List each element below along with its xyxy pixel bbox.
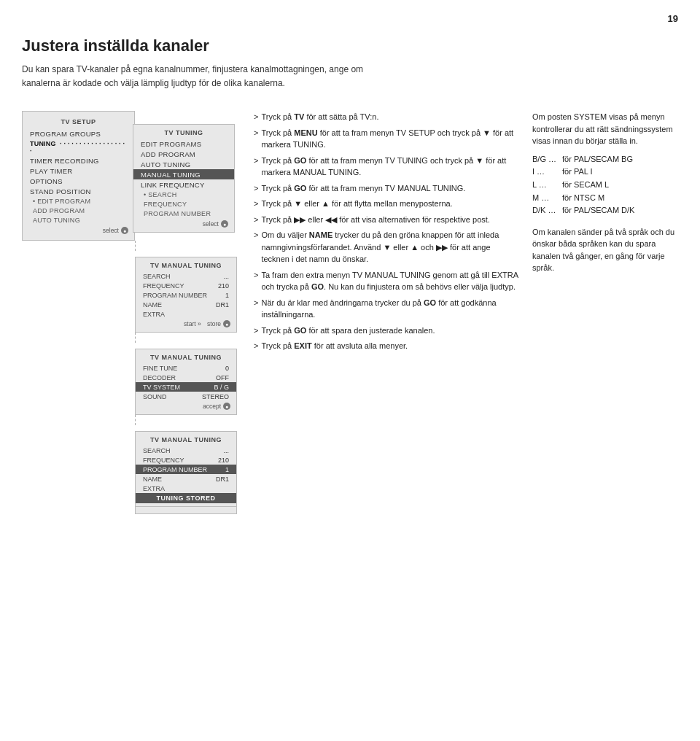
panel1-footer: start » store ● bbox=[136, 319, 236, 329]
manual-tuning-panel-1: TV MANUAL TUNING SEARCH... FREQUENCY210 … bbox=[135, 257, 237, 333]
tuning-add-program: ADD PROGRAM bbox=[133, 149, 234, 159]
menu-item-stand-position: STAND POSITION bbox=[23, 186, 134, 196]
instruction-text-2: Tryck på MENU för att ta fram menyn TV S… bbox=[261, 127, 519, 151]
arrow-icon-6: > bbox=[254, 214, 258, 226]
select-circle: ● bbox=[121, 227, 128, 234]
manual-tuning-panel-3: TV MANUAL TUNING SEARCH... FREQUENCY210 … bbox=[135, 431, 237, 507]
panel2-sound-row: SOUNDSTEREO bbox=[136, 392, 236, 401]
manual-tuning-panel-2: TV MANUAL TUNING FINE TUNE0 DECODEROFF T… bbox=[135, 349, 237, 415]
tv-setup-menu: TV SETUP PROGRAM GROUPS TUNING · · · · ·… bbox=[22, 111, 135, 241]
panel1-program-number-row: PROGRAM NUMBER1 bbox=[136, 290, 236, 300]
tuning-manual-tuning: MANUAL TUNING bbox=[133, 169, 234, 179]
tuning-search: • SEARCH bbox=[133, 190, 234, 199]
tv-tuning-menu: TV TUNING EDIT PROGRAMS ADD PROGRAM AUTO… bbox=[133, 124, 235, 233]
tuning-select-circle: ● bbox=[221, 220, 228, 228]
tv-setup-title: TV SETUP bbox=[23, 116, 134, 128]
notes-list: B/G …för PAL/SECAM BG I …för PAL I L …fö… bbox=[532, 153, 678, 217]
instruction-8: > Ta fram den extra menyn TV MANUAL TUNI… bbox=[254, 269, 519, 293]
tv-tuning-title: TV TUNING bbox=[133, 128, 234, 139]
tuning-program-number: PROGRAM NUMBER bbox=[133, 209, 234, 218]
notes-outro: Om kanalen sänder på två språk och du ön… bbox=[532, 226, 678, 274]
arrow-icon-9: > bbox=[254, 297, 258, 321]
panel1-title: TV MANUAL TUNING bbox=[136, 260, 236, 271]
instruction-text-5: Tryck på ▼ eller ▲ för att flytta mellan… bbox=[261, 198, 519, 210]
arrow-icon-11: > bbox=[254, 340, 258, 352]
instruction-text-4: Tryck på GO för att ta fram menyn TV MAN… bbox=[261, 182, 519, 195]
menu-item-play-timer: PLAY TIMER bbox=[23, 166, 134, 176]
panel2-title: TV MANUAL TUNING bbox=[136, 352, 236, 363]
menu-item-options: OPTIONS bbox=[23, 176, 134, 186]
panel3-search-row: SEARCH... bbox=[136, 446, 236, 455]
notes-item-m: M …för NTSC M bbox=[532, 192, 678, 205]
menu-item-auto-tuning: AUTO TUNING bbox=[23, 215, 134, 225]
notes-item-l: L …för SECAM L bbox=[532, 179, 678, 192]
tuning-link-frequency: LINK FREQUENCY bbox=[133, 179, 234, 190]
panel1-extra: EXTRA bbox=[136, 309, 236, 319]
instruction-3: > Tryck på GO för att ta fram menyn TV T… bbox=[254, 155, 519, 179]
arrow-icon-1: > bbox=[254, 111, 258, 123]
tuning-edit-programs: EDIT PROGRAMS bbox=[133, 139, 234, 149]
panel2-decoder-row: DECODEROFF bbox=[136, 373, 236, 382]
panel3-program-number-row: PROGRAM NUMBER1 bbox=[136, 465, 236, 474]
panel1-search-row: SEARCH... bbox=[136, 271, 236, 281]
instruction-text-7: Om du väljer NAME trycker du på den grön… bbox=[261, 229, 519, 265]
arrow-icon-7: > bbox=[254, 229, 258, 265]
panel3-stored: TUNING STORED bbox=[136, 493, 236, 503]
panel3-extra: EXTRA bbox=[136, 484, 236, 493]
arrow-icon-5: > bbox=[254, 198, 258, 210]
menus-area: TV SETUP PROGRAM GROUPS TUNING · · · · ·… bbox=[22, 111, 241, 514]
panel2-tv-system-row: TV SYSTEMB / G bbox=[136, 382, 236, 392]
panel1-name-row: NAMEDR1 bbox=[136, 300, 236, 309]
notes-item-i: I …för PAL I bbox=[532, 166, 678, 179]
instruction-1: > Tryck på TV för att sätta på TV:n. bbox=[254, 111, 519, 123]
instruction-text-10: Tryck på GO för att spara den justerade … bbox=[261, 325, 519, 337]
notes-column: Om posten SYSTEM visas på menyn kontroll… bbox=[532, 111, 678, 356]
select-label: select bbox=[103, 227, 119, 234]
panel3-frequency-row: FREQUENCY210 bbox=[136, 455, 236, 465]
menu-item-add-program: ADD PROGRAM bbox=[23, 206, 134, 215]
panel1-frequency-row: FREQUENCY210 bbox=[136, 281, 236, 290]
instruction-text-3: Tryck på GO för att ta fram menyn TV TUN… bbox=[261, 155, 519, 179]
arrow-icon-2: > bbox=[254, 127, 258, 151]
panel3-title: TV MANUAL TUNING bbox=[136, 435, 236, 446]
panel2-fine-tune-row: FINE TUNE0 bbox=[136, 363, 236, 373]
tuning-select-label: select bbox=[203, 220, 219, 228]
instruction-text-9: När du är klar med ändringarna trycker d… bbox=[261, 297, 519, 321]
arrow-icon-10: > bbox=[254, 325, 258, 337]
page-number: 19 bbox=[668, 13, 678, 24]
notes-intro: Om posten SYSTEM visas på menyn kontroll… bbox=[532, 111, 678, 147]
instruction-6: > Tryck på ▶▶ eller ◀◀ för att visa alte… bbox=[254, 214, 519, 226]
instructions-column: > Tryck på TV för att sätta på TV:n. > T… bbox=[254, 111, 519, 356]
panel2-footer: accept ● bbox=[136, 401, 236, 411]
menu-item-program-groups: PROGRAM GROUPS bbox=[23, 128, 134, 139]
instruction-text-11: Tryck på EXIT för att avsluta alla menye… bbox=[261, 340, 519, 352]
notes-item-bg: B/G …för PAL/SECAM BG bbox=[532, 153, 678, 166]
right-column: > Tryck på TV för att sätta på TV:n. > T… bbox=[254, 111, 678, 356]
instruction-4: > Tryck på GO för att ta fram menyn TV M… bbox=[254, 182, 519, 195]
page-title: Justera inställda kanaler bbox=[22, 36, 678, 55]
menu-item-timer-recording: TIMER RECORDING bbox=[23, 155, 134, 166]
instruction-7: > Om du väljer NAME trycker du på den gr… bbox=[254, 229, 519, 265]
instruction-text-6: Tryck på ▶▶ eller ◀◀ för att visa altern… bbox=[261, 214, 519, 226]
instruction-text-8: Ta fram den extra menyn TV MANUAL TUNING… bbox=[261, 269, 519, 293]
menu-item-edit-program: • EDIT PROGRAM bbox=[23, 196, 134, 206]
instruction-11: > Tryck på EXIT för att avsluta alla men… bbox=[254, 340, 519, 352]
tuning-frequency: FREQUENCY bbox=[133, 199, 234, 209]
panel3-name-row: NAMEDR1 bbox=[136, 474, 236, 484]
menu-item-tuning: TUNING · · · · · · · · · · · · · · · · ·… bbox=[23, 139, 134, 155]
instruction-5: > Tryck på ▼ eller ▲ för att flytta mell… bbox=[254, 198, 519, 210]
instruction-text-1: Tryck på TV för att sätta på TV:n. bbox=[261, 111, 519, 123]
intro-text: Du kan spara TV-kanaler på egna kanalnum… bbox=[22, 63, 401, 90]
arrow-icon-3: > bbox=[254, 155, 258, 179]
instruction-9: > När du är klar med ändringarna trycker… bbox=[254, 297, 519, 321]
arrow-icon-4: > bbox=[254, 182, 258, 195]
instruction-2: > Tryck på MENU för att ta fram menyn TV… bbox=[254, 127, 519, 151]
instruction-10: > Tryck på GO för att spara den justerad… bbox=[254, 325, 519, 337]
tuning-auto-tuning: AUTO TUNING bbox=[133, 159, 234, 169]
notes-item-dk: D/K …för PAL/SECAM D/K bbox=[532, 204, 678, 217]
arrow-icon-8: > bbox=[254, 269, 258, 293]
